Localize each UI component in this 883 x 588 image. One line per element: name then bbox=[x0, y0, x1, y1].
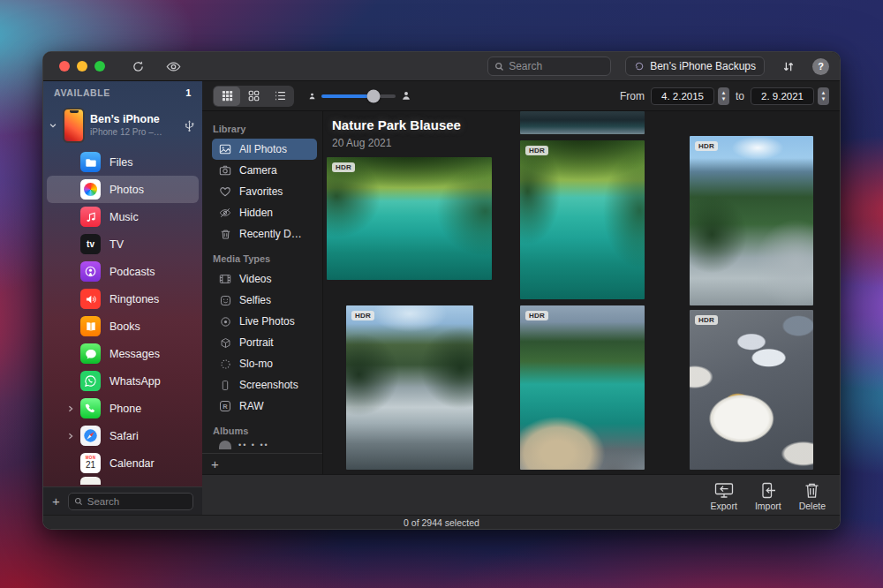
music-icon bbox=[80, 207, 101, 227]
trash-icon bbox=[804, 482, 819, 499]
ringtones-icon bbox=[80, 289, 101, 309]
history-icon bbox=[634, 61, 645, 72]
photo-filter-panel: Library All Photos Camera bbox=[202, 111, 323, 474]
sidebar-item-safari[interactable]: Safari bbox=[47, 422, 199, 449]
filter-favorites[interactable]: Favorites bbox=[212, 181, 317, 202]
date-range-filter: From 4. 2.2015 ▲▼ to 2. 9.2021 ▲▼ bbox=[620, 87, 829, 105]
from-date-stepper[interactable]: ▲▼ bbox=[718, 87, 729, 105]
from-date-input[interactable]: 4. 2.2015 bbox=[651, 87, 714, 105]
sidebar-item-files[interactable]: Files bbox=[47, 148, 199, 176]
trash-icon bbox=[218, 229, 232, 240]
filter-recently-deleted[interactable]: Recently D… bbox=[212, 223, 317, 245]
photo-thumbnail[interactable]: HDR bbox=[346, 305, 473, 470]
photo-thumbnail[interactable]: HDR bbox=[327, 157, 492, 280]
hdr-badge: HDR bbox=[525, 311, 548, 320]
chevron-right-icon[interactable] bbox=[67, 405, 74, 412]
sidebar-item-whatsapp[interactable]: WhatsApp bbox=[47, 367, 199, 395]
export-button[interactable]: Export bbox=[711, 482, 737, 511]
add-device-button[interactable]: + bbox=[52, 494, 60, 508]
slider-track[interactable] bbox=[321, 94, 396, 98]
import-icon bbox=[760, 482, 776, 499]
photo-thumbnail[interactable]: HDR bbox=[690, 136, 813, 305]
hdr-badge: HDR bbox=[695, 141, 718, 151]
chevron-right-icon[interactable] bbox=[67, 433, 74, 440]
cube-icon bbox=[218, 337, 232, 349]
raw-icon: R bbox=[218, 401, 232, 411]
camera-icon bbox=[218, 164, 232, 177]
sidebar-item-partial bbox=[47, 477, 199, 485]
usb-icon bbox=[184, 119, 195, 132]
phone-frame-icon bbox=[218, 380, 232, 391]
filter-selfies[interactable]: Selfies bbox=[212, 290, 317, 311]
sidebar-item-podcasts[interactable]: Podcasts bbox=[47, 258, 199, 285]
backups-button[interactable]: Ben’s iPhone Backups bbox=[625, 57, 765, 76]
chevron-down-icon[interactable] bbox=[49, 121, 57, 130]
iphone-device-icon bbox=[63, 108, 85, 143]
filter-camera[interactable]: Camera bbox=[212, 160, 317, 181]
sidebar-item-ringtones[interactable]: Ringtones bbox=[47, 285, 199, 313]
search-placeholder: Search bbox=[509, 60, 542, 72]
grid-view-button[interactable] bbox=[214, 87, 240, 106]
albums-section-title: Albums bbox=[213, 426, 317, 436]
to-date-input[interactable]: 2. 9.2021 bbox=[751, 87, 814, 105]
close-button[interactable] bbox=[59, 61, 70, 72]
app-window: Search Ben’s iPhone Backups ? AVAILABLE … bbox=[42, 51, 841, 530]
files-icon bbox=[80, 152, 101, 172]
gallery-view-button[interactable] bbox=[240, 87, 267, 106]
sidebar-search-field[interactable]: Search bbox=[68, 493, 193, 510]
device-row[interactable]: Ben’s iPhone iPhone 12 Pro –… bbox=[43, 104, 202, 147]
messages-icon bbox=[80, 343, 101, 364]
zoom-button[interactable] bbox=[94, 61, 105, 72]
filter-screenshots[interactable]: Screenshots bbox=[212, 374, 317, 396]
backups-button-label: Ben’s iPhone Backups bbox=[650, 60, 756, 72]
filter-all-photos[interactable]: All Photos bbox=[212, 139, 317, 160]
filter-raw[interactable]: R RAW bbox=[212, 396, 317, 417]
slider-thumb[interactable] bbox=[366, 89, 380, 102]
photo-thumbnail[interactable]: HDR bbox=[520, 305, 645, 470]
to-date-stepper[interactable]: ▲▼ bbox=[818, 87, 829, 105]
filter-live-photos[interactable]: Live Photos bbox=[212, 311, 317, 332]
hdr-badge: HDR bbox=[332, 162, 355, 172]
sidebar-item-calendar[interactable]: MON 21 Calendar bbox=[47, 449, 199, 477]
filter-slo-mo[interactable]: Slo-mo bbox=[212, 353, 317, 374]
search-icon bbox=[494, 62, 504, 72]
sidebar-item-tv[interactable]: tv TV bbox=[47, 230, 199, 258]
transfer-arrows-icon[interactable] bbox=[782, 61, 795, 72]
titlebar: Search Ben’s iPhone Backups ? bbox=[43, 52, 840, 81]
podcasts-icon bbox=[80, 261, 101, 282]
person-small-icon bbox=[308, 92, 316, 101]
sidebar-item-messages[interactable]: Messages bbox=[47, 340, 199, 367]
import-button[interactable]: Import bbox=[755, 482, 781, 511]
device-subtitle: iPhone 12 Pro –… bbox=[90, 127, 162, 139]
toolbar-search-field[interactable]: Search bbox=[487, 57, 611, 76]
refresh-button[interactable] bbox=[132, 60, 145, 73]
minimize-button[interactable] bbox=[77, 61, 87, 72]
filter-portrait[interactable]: Portrait bbox=[212, 332, 317, 353]
sidebar-item-phone[interactable]: Phone bbox=[47, 395, 199, 422]
heart-icon bbox=[218, 185, 232, 198]
sidebar-item-photos[interactable]: Photos bbox=[47, 176, 199, 203]
app-list: Files Photos Music tv TV bbox=[43, 147, 202, 486]
status-bar: 0 of 2944 selected bbox=[43, 515, 840, 529]
available-header: AVAILABLE 1 bbox=[43, 81, 202, 104]
filter-hidden[interactable]: Hidden bbox=[212, 202, 317, 223]
live-photo-icon bbox=[218, 316, 232, 328]
filter-videos[interactable]: Videos bbox=[212, 268, 317, 290]
actions-toolbar: Export Import Delete bbox=[202, 474, 840, 515]
thumbnail-size-slider[interactable] bbox=[308, 90, 411, 102]
media-types-section-title: Media Types bbox=[213, 253, 317, 264]
device-name: Ben’s iPhone bbox=[90, 113, 162, 127]
sidebar-item-music[interactable]: Music bbox=[47, 203, 199, 230]
help-button[interactable]: ? bbox=[812, 58, 829, 75]
delete-button[interactable]: Delete bbox=[799, 482, 826, 511]
available-count: 1 bbox=[185, 87, 192, 98]
books-icon bbox=[80, 316, 101, 336]
photo-thumbnail[interactable]: HDR bbox=[690, 310, 813, 470]
list-view-button[interactable] bbox=[267, 87, 293, 106]
add-album-button[interactable]: + bbox=[211, 457, 219, 471]
photo-thumbnail[interactable]: HDR bbox=[520, 140, 645, 299]
sidebar-item-books[interactable]: Books bbox=[47, 313, 199, 340]
quick-look-button[interactable] bbox=[166, 59, 181, 74]
selection-status: 0 of 2944 selected bbox=[404, 517, 479, 528]
photo-thumbnail[interactable] bbox=[520, 111, 645, 134]
